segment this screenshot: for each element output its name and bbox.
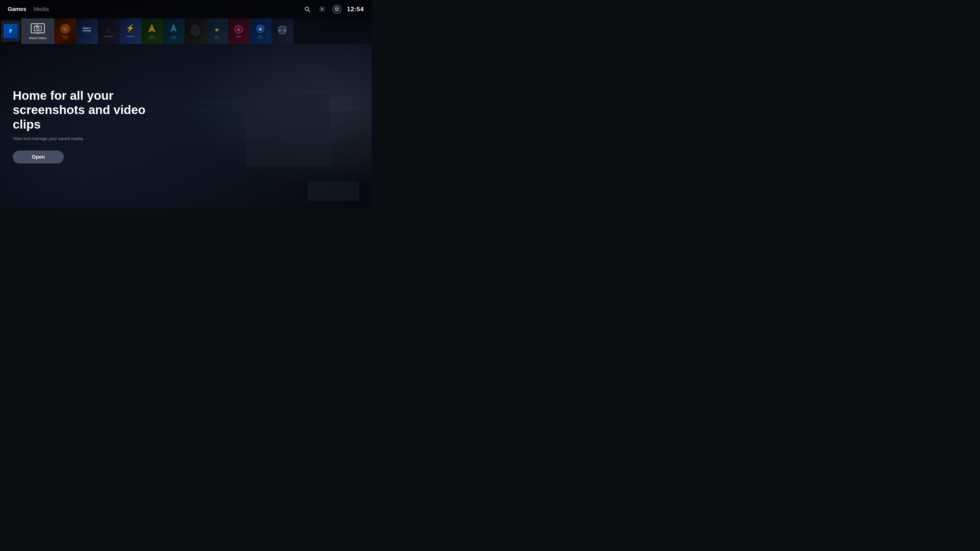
svg-point-4 bbox=[321, 8, 323, 10]
svg-text:BONUS: BONUS bbox=[215, 36, 219, 37]
shelf-item-horizon-zero[interactable]: HORIZON ZERO DAWN bbox=[163, 18, 185, 44]
svg-text:FORTNITE: FORTNITE bbox=[126, 36, 134, 37]
svg-text:☠: ☠ bbox=[63, 27, 67, 32]
svg-point-11 bbox=[37, 27, 39, 30]
online-status-dot bbox=[339, 11, 341, 13]
media-gallery-label: Media Gallery bbox=[29, 37, 46, 40]
svg-text:HORIZON: HORIZON bbox=[171, 36, 176, 37]
tile-content-all-games: ⠿⠿ bbox=[271, 18, 293, 44]
svg-rect-12 bbox=[36, 25, 38, 27]
nav-tab-media[interactable]: Media bbox=[33, 5, 49, 14]
svg-text:⠿⠿: ⠿⠿ bbox=[281, 37, 283, 38]
svg-text:CONTENT: CONTENT bbox=[215, 38, 220, 39]
svg-text:★: ★ bbox=[214, 26, 220, 33]
svg-point-6 bbox=[337, 8, 338, 9]
nav-tab-games[interactable]: Games bbox=[8, 5, 26, 14]
settings-icon[interactable] bbox=[318, 5, 327, 14]
svg-text:GATE 3: GATE 3 bbox=[63, 38, 67, 39]
media-gallery-icon bbox=[30, 23, 45, 35]
svg-text:PLAYROOM: PLAYROOM bbox=[258, 37, 263, 38]
tile-content-horizon-forbidden: HORIZON FORBIDDEN WEST bbox=[141, 18, 163, 44]
svg-text:BALDUR'S: BALDUR'S bbox=[62, 36, 68, 37]
svg-point-42 bbox=[284, 31, 285, 32]
shelf-item-baldurs-gate[interactable]: ☠ BALDUR'S GATE 3 bbox=[54, 18, 76, 44]
preview-card-small bbox=[308, 181, 359, 200]
svg-text:♦: ♦ bbox=[238, 27, 240, 32]
shelf-item-all-games[interactable]: ⠿⠿ bbox=[271, 18, 293, 44]
shelf-item-horizon-forbidden[interactable]: HORIZON FORBIDDEN WEST bbox=[141, 18, 163, 44]
shelf-item-ps-store[interactable]: P bbox=[1, 21, 20, 42]
tile-content-deland: ♦ Deland bbox=[228, 18, 250, 44]
preview-card-medium bbox=[247, 144, 331, 165]
shelf-item-fortnite[interactable]: ⚡ FORTNITE bbox=[119, 18, 141, 44]
svg-point-41 bbox=[285, 30, 286, 31]
svg-rect-10 bbox=[34, 26, 41, 31]
svg-rect-7 bbox=[31, 24, 45, 33]
svg-text:⚡: ⚡ bbox=[126, 24, 135, 32]
svg-text:◉: ◉ bbox=[259, 27, 262, 31]
header-right: 12:54 bbox=[303, 5, 364, 14]
svg-line-3 bbox=[308, 10, 310, 12]
header: Games Media 12:54 bbox=[0, 0, 372, 18]
clock: 12:54 bbox=[347, 6, 364, 13]
search-icon[interactable] bbox=[303, 5, 312, 14]
tile-content-astro: ◉ ASTRO'S PLAYROOM bbox=[250, 18, 271, 44]
shelf-item-deland[interactable]: ♦ Deland bbox=[228, 18, 250, 44]
svg-text:FORBIDDEN WEST: FORBIDDEN WEST bbox=[147, 38, 157, 39]
preview-card-large bbox=[247, 94, 331, 141]
game-shelf: P Media Gallery ☠ BALD bbox=[0, 18, 372, 44]
tile-content-baldurs: ☠ BALDUR'S GATE 3 bbox=[54, 18, 76, 44]
shelf-item-god-of-war[interactable]: ⚔ GOD OF WAR bbox=[98, 18, 119, 44]
shelf-item-horizon-bonus[interactable]: ★ BONUS CONTENT bbox=[206, 18, 228, 44]
svg-point-40 bbox=[283, 30, 284, 31]
tile-content-horizon-zero: HORIZON ZERO DAWN bbox=[163, 18, 185, 44]
svg-text:ZERO DAWN: ZERO DAWN bbox=[170, 38, 177, 39]
svg-text:GOD OF WAR: GOD OF WAR bbox=[104, 36, 113, 37]
tile-content-trinity: TRINITYfusion ▲ bbox=[76, 18, 98, 44]
shelf-item-media-gallery[interactable]: Media Gallery bbox=[21, 18, 54, 44]
tile-content-horizon-bonus: ★ BONUS CONTENT bbox=[206, 18, 228, 44]
svg-point-39 bbox=[284, 29, 285, 30]
svg-text:Deland: Deland bbox=[237, 36, 241, 37]
tile-content-fortnite: ⚡ FORTNITE bbox=[119, 18, 141, 44]
shelf-item-dark-game[interactable] bbox=[185, 18, 206, 44]
svg-text:⚔: ⚔ bbox=[106, 27, 111, 33]
tile-content-dark bbox=[185, 18, 206, 44]
svg-text:ASTRO'S: ASTRO'S bbox=[258, 35, 262, 37]
svg-text:HORIZON: HORIZON bbox=[150, 36, 154, 37]
svg-point-5 bbox=[336, 8, 336, 9]
nav-tabs: Games Media bbox=[8, 5, 49, 14]
shelf-item-astro-playroom[interactable]: ◉ ASTRO'S PLAYROOM bbox=[250, 18, 271, 44]
open-button[interactable]: Open bbox=[13, 151, 64, 164]
ps-store-icon: P bbox=[3, 24, 18, 38]
hero-title: Home for all your screenshots and video … bbox=[13, 89, 153, 132]
avatar-icon[interactable] bbox=[332, 5, 342, 14]
shelf-item-trinity-fusion[interactable]: TRINITYfusion ▲ bbox=[76, 18, 98, 44]
tile-content-gow: ⚔ GOD OF WAR bbox=[98, 18, 119, 44]
hero-subtitle: View and manage your saved media. bbox=[13, 136, 166, 141]
